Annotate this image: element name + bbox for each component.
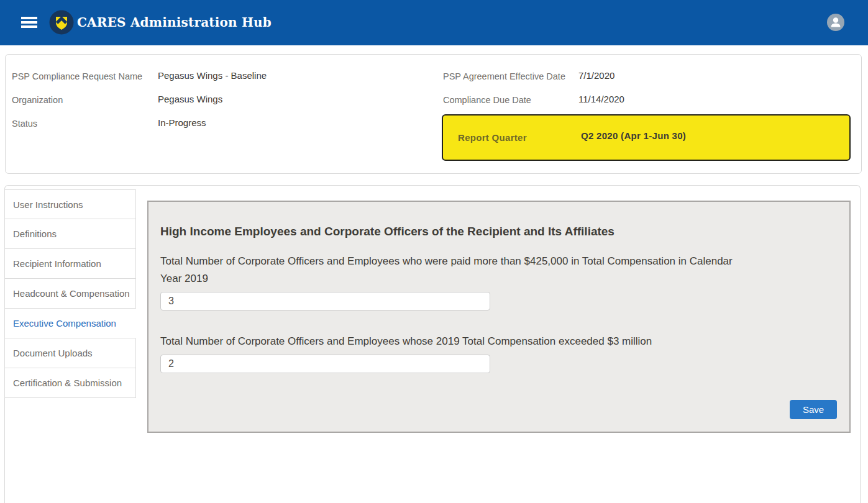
tab-headcount-compensation[interactable]: Headcount & Compensation [4, 279, 136, 309]
summary-row: PSP Compliance Request Name Pegasus Wing… [12, 70, 434, 93]
report-quarter-label: Report Quarter [458, 132, 527, 143]
field-value: 11/14/2020 [578, 93, 624, 117]
field-label: PSP Compliance Request Name [12, 70, 158, 93]
panel-heading: High Income Employees and Corporate Offi… [160, 225, 837, 238]
save-button[interactable]: Save [790, 400, 837, 419]
summary-row: Organization Pegasus Wings [12, 93, 434, 117]
field-value: Pegasus Wings - Baseline [158, 70, 267, 93]
field-value: In-Progress [158, 117, 206, 140]
user-avatar-icon[interactable] [827, 14, 844, 31]
summary-row: PSP Agreement Effective Date 7/1/2020 [443, 70, 856, 93]
tab-document-uploads[interactable]: Document Uploads [4, 338, 136, 368]
field-label: Compliance Due Date [443, 93, 578, 117]
save-row: Save [790, 400, 837, 419]
executive-compensation-panel: High Income Employees and Corporate Offi… [147, 201, 851, 433]
section-tabs: User Instructions Definitions Recipient … [4, 189, 136, 398]
app-header: CARES Administration Hub [0, 0, 868, 45]
shield-logo-icon [49, 10, 74, 35]
compliance-form-card: User Instructions Definitions Recipient … [4, 185, 861, 503]
summary-right-column: PSP Agreement Effective Date 7/1/2020 Co… [443, 70, 856, 117]
tab-user-instructions[interactable]: User Instructions [4, 189, 136, 219]
tab-definitions[interactable]: Definitions [4, 219, 136, 249]
tab-recipient-information[interactable]: Recipient Information [4, 249, 136, 279]
summary-left-column: PSP Compliance Request Name Pegasus Wing… [12, 70, 434, 140]
question-label-425k: Total Number of Corporate Officers and E… [160, 253, 751, 288]
menu-bar [21, 25, 37, 28]
input-count-425k[interactable] [160, 292, 490, 310]
menu-icon[interactable] [21, 17, 37, 29]
tab-certification-submission[interactable]: Certification & Submission [4, 368, 136, 398]
summary-row: Status In-Progress [12, 117, 434, 140]
summary-row: Compliance Due Date 11/14/2020 [443, 93, 856, 117]
report-quarter-highlight: Report Quarter Q2 2020 (Apr 1-Jun 30) [442, 114, 851, 161]
field-value: Pegasus Wings [158, 93, 222, 117]
field-label: PSP Agreement Effective Date [443, 70, 578, 93]
menu-bar [21, 21, 37, 24]
field-label: Organization [12, 93, 158, 117]
input-count-3million[interactable] [160, 355, 490, 373]
app-title: CARES Administration Hub [77, 0, 272, 45]
tab-executive-compensation[interactable]: Executive Compensation [4, 309, 136, 338]
field-value: 7/1/2020 [578, 70, 614, 93]
field-label: Status [12, 117, 158, 140]
compliance-summary-card: PSP Compliance Request Name Pegasus Wing… [5, 54, 862, 174]
question-label-3million: Total Number of Corporate Officers and E… [160, 333, 751, 350]
report-quarter-value: Q2 2020 (Apr 1-Jun 30) [581, 130, 686, 141]
menu-bar [21, 17, 37, 19]
